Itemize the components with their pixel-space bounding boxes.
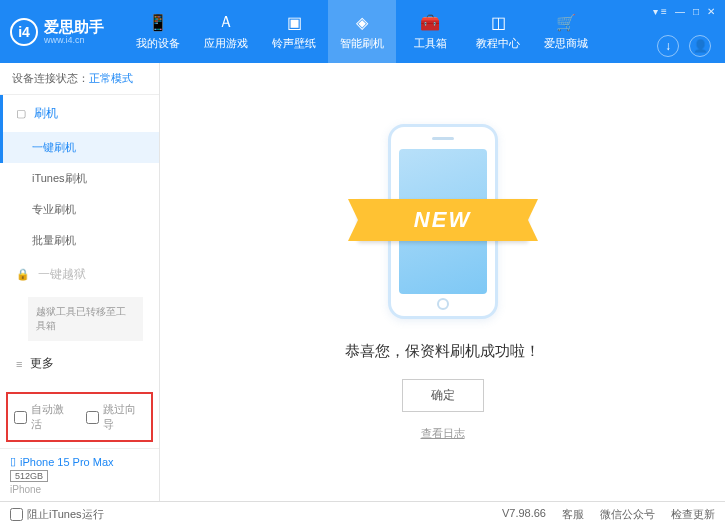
- connection-status: 设备连接状态：正常模式: [0, 63, 159, 95]
- menu-group-flash[interactable]: ▢ 刷机: [0, 95, 159, 132]
- menu-item-onekey-flash[interactable]: 一键刷机: [0, 132, 159, 163]
- phone-icon: ▯: [10, 455, 16, 468]
- wallpaper-icon: ▣: [284, 12, 304, 32]
- menu-item-batch-flash[interactable]: 批量刷机: [0, 225, 159, 256]
- version-label: V7.98.66: [502, 507, 546, 522]
- more-icon: ≡: [16, 358, 22, 370]
- device-type: iPhone: [10, 484, 149, 495]
- flash-icon: ◈: [352, 12, 372, 32]
- nav-my-device[interactable]: 📱我的设备: [124, 0, 192, 63]
- nav-store[interactable]: 🛒爱思商城: [532, 0, 600, 63]
- menu-item-other-tools[interactable]: 其他工具: [0, 382, 159, 386]
- footer-support[interactable]: 客服: [562, 507, 584, 522]
- minimize-icon[interactable]: —: [675, 6, 685, 17]
- maximize-icon[interactable]: □: [693, 6, 699, 17]
- download-icon[interactable]: ↓: [657, 35, 679, 57]
- footer: 阻止iTunes运行 V7.98.66 客服 微信公众号 检查更新: [0, 501, 725, 527]
- cb-skip-guide[interactable]: 跳过向导: [86, 402, 146, 432]
- block-itunes-checkbox[interactable]: 阻止iTunes运行: [10, 507, 104, 522]
- main-content: NEW 恭喜您，保资料刷机成功啦！ 确定 查看日志: [160, 63, 725, 501]
- device-icon: 📱: [148, 12, 168, 32]
- logo: i4 爱思助手 www.i4.cn: [10, 18, 104, 46]
- flash-group-icon: ▢: [16, 107, 26, 120]
- success-message: 恭喜您，保资料刷机成功啦！: [345, 342, 540, 361]
- toolbox-icon: 🧰: [420, 12, 440, 32]
- nav-flash[interactable]: ◈智能刷机: [328, 0, 396, 63]
- nav-ringtones[interactable]: ▣铃声壁纸: [260, 0, 328, 63]
- apps-icon: Ａ: [216, 12, 236, 32]
- nav-tutorials[interactable]: ◫教程中心: [464, 0, 532, 63]
- menu-group-jailbreak: 🔒 一键越狱: [0, 256, 159, 293]
- header-actions: ↓ 👤: [657, 35, 711, 57]
- main-nav: 📱我的设备 Ａ应用游戏 ▣铃声壁纸 ◈智能刷机 🧰工具箱 ◫教程中心 🛒爱思商城: [124, 0, 600, 63]
- phone-illustration: NEW: [378, 124, 508, 324]
- book-icon: ◫: [488, 12, 508, 32]
- sidebar: 设备连接状态：正常模式 ▢ 刷机 一键刷机 iTunes刷机 专业刷机 批量刷机…: [0, 63, 160, 501]
- footer-wechat[interactable]: 微信公众号: [600, 507, 655, 522]
- device-info: ▯ iPhone 15 Pro Max 512GB iPhone: [0, 448, 159, 501]
- close-icon[interactable]: ✕: [707, 6, 715, 17]
- options-highlighted: 自动激活 跳过向导: [6, 392, 153, 442]
- confirm-button[interactable]: 确定: [402, 379, 484, 412]
- window-controls: ▾ ≡ — □ ✕: [653, 6, 715, 17]
- menu-group-more[interactable]: ≡ 更多: [0, 345, 159, 382]
- lock-icon: 🔒: [16, 268, 30, 281]
- cb-auto-activate[interactable]: 自动激活: [14, 402, 74, 432]
- new-badge: NEW: [358, 199, 528, 241]
- menu-item-itunes-flash[interactable]: iTunes刷机: [0, 163, 159, 194]
- footer-update[interactable]: 检查更新: [671, 507, 715, 522]
- view-log-link[interactable]: 查看日志: [421, 426, 465, 441]
- sidebar-menu: ▢ 刷机 一键刷机 iTunes刷机 专业刷机 批量刷机 🔒 一键越狱 越狱工具…: [0, 95, 159, 386]
- app-header: i4 爱思助手 www.i4.cn 📱我的设备 Ａ应用游戏 ▣铃声壁纸 ◈智能刷…: [0, 0, 725, 63]
- jailbreak-note: 越狱工具已转移至工具箱: [28, 297, 143, 341]
- user-icon[interactable]: 👤: [689, 35, 711, 57]
- nav-apps[interactable]: Ａ应用游戏: [192, 0, 260, 63]
- menu-item-pro-flash[interactable]: 专业刷机: [0, 194, 159, 225]
- device-storage: 512GB: [10, 470, 48, 482]
- nav-toolbox[interactable]: 🧰工具箱: [396, 0, 464, 63]
- device-name[interactable]: ▯ iPhone 15 Pro Max: [10, 455, 149, 468]
- cart-icon: 🛒: [556, 12, 576, 32]
- menu-icon[interactable]: ▾ ≡: [653, 6, 667, 17]
- logo-icon: i4: [10, 18, 38, 46]
